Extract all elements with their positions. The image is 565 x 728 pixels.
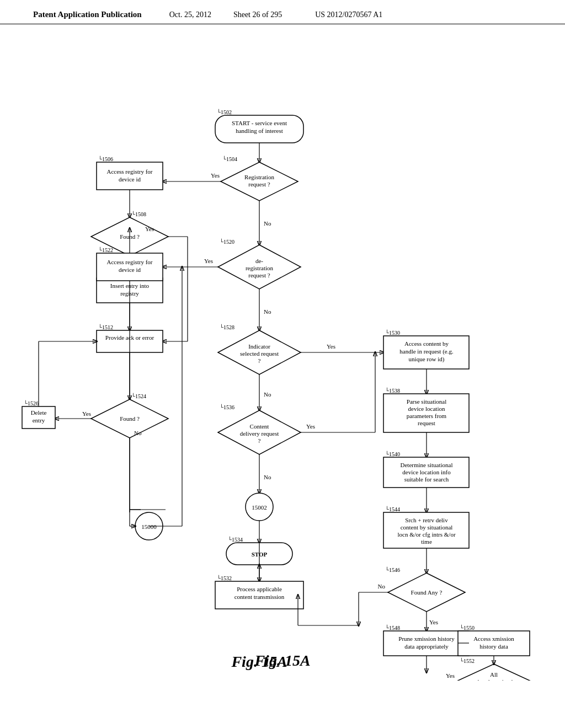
svg-text:└1530: └1530 <box>385 329 400 336</box>
svg-text:unique row id): unique row id) <box>409 356 445 363</box>
svg-text:parameters from: parameters from <box>407 413 447 419</box>
svg-text:?: ? <box>258 437 261 444</box>
svg-text:No: No <box>264 220 271 227</box>
svg-text:time: time <box>421 538 432 545</box>
svg-text:└1544: └1544 <box>385 506 400 512</box>
svg-text:Access registry for: Access registry for <box>106 168 152 175</box>
page-header: Patent Application Publication Oct. 25, … <box>0 0 565 24</box>
svg-text:request: request <box>418 420 435 426</box>
svg-text:data appropriately: data appropriately <box>404 643 449 650</box>
sheet-info: Sheet 26 of 295 <box>233 10 282 19</box>
svg-text:Determine situational: Determine situational <box>401 462 453 468</box>
svg-text:Yes: Yes <box>204 258 213 264</box>
svg-text:└1534: └1534 <box>228 536 243 543</box>
svg-text:Yes: Yes <box>82 410 91 417</box>
svg-text:Yes: Yes <box>211 172 220 179</box>
svg-text:└1508: └1508 <box>131 211 146 217</box>
svg-text:└1502: └1502 <box>217 109 232 115</box>
svg-text:└1512: └1512 <box>98 324 113 330</box>
figure-label: Fig. 15A <box>254 652 310 670</box>
svg-text:└1548: └1548 <box>385 624 400 631</box>
svg-text:Found Any ?: Found Any ? <box>411 589 443 596</box>
svg-text:content transmission: content transmission <box>234 593 285 600</box>
svg-text:No: No <box>378 583 386 590</box>
svg-text:└1532: └1532 <box>217 575 232 581</box>
svg-text:handling of interest: handling of interest <box>236 127 283 134</box>
svg-text:already xmitted: already xmitted <box>475 678 513 681</box>
svg-text:Yes: Yes <box>446 672 455 679</box>
svg-text:Prune xmission history: Prune xmission history <box>398 635 455 642</box>
svg-text:└1546: └1546 <box>385 566 400 573</box>
svg-text:locn &/or cfg intrs &/or: locn &/or cfg intrs &/or <box>397 531 455 538</box>
publication-title: Patent Application Publication <box>33 10 142 19</box>
svg-text:└1520: └1520 <box>220 238 234 245</box>
svg-text:Registration: Registration <box>244 174 274 180</box>
svg-text:Yes: Yes <box>145 226 154 232</box>
svg-text:START - service event: START - service event <box>232 120 287 126</box>
svg-text:└1522: └1522 <box>98 247 113 253</box>
svg-text:Yes: Yes <box>327 343 335 350</box>
svg-text:?: ? <box>258 357 261 364</box>
svg-text:Access registry for: Access registry for <box>106 259 152 265</box>
svg-text:└1526: └1526 <box>24 400 39 406</box>
svg-text:entry: entry <box>33 417 45 424</box>
svg-text:registration: registration <box>246 265 274 271</box>
patent-number: US 2012/0270567 A1 <box>315 10 382 19</box>
svg-text:request ?: request ? <box>248 181 270 188</box>
svg-text:Process applicable: Process applicable <box>237 586 282 592</box>
svg-text:request ?: request ? <box>248 272 270 279</box>
svg-text:Yes: Yes <box>306 423 315 430</box>
svg-text:All: All <box>490 671 498 678</box>
svg-text:└1550: └1550 <box>460 624 475 631</box>
svg-text:Access content by: Access content by <box>404 340 449 347</box>
svg-text:No: No <box>264 474 271 480</box>
svg-text:Yes: Yes <box>429 619 438 625</box>
svg-text:└1540: └1540 <box>385 451 400 457</box>
svg-text:device location: device location <box>408 405 445 412</box>
svg-text:device id: device id <box>119 176 141 183</box>
svg-text:device location info: device location info <box>402 469 451 475</box>
svg-text:Parse situational: Parse situational <box>407 398 446 405</box>
svg-text:Content: Content <box>250 423 269 430</box>
svg-text:Found ?: Found ? <box>120 415 140 422</box>
svg-text:└1536: └1536 <box>220 404 234 410</box>
svg-text:delivery request: delivery request <box>240 430 279 437</box>
svg-text:selected request: selected request <box>240 350 279 357</box>
svg-text:└1524: └1524 <box>131 393 146 399</box>
svg-text:Delete: Delete <box>31 409 47 416</box>
svg-text:No: No <box>134 430 142 436</box>
svg-text:15002: 15002 <box>252 504 267 511</box>
svg-text:handle in request (e.g.: handle in request (e.g. <box>399 348 454 355</box>
svg-text:suitable for search: suitable for search <box>404 476 449 483</box>
svg-text:content by situational: content by situational <box>401 524 453 531</box>
svg-text:Srch + retrv deliv: Srch + retrv deliv <box>405 517 448 523</box>
publication-date: Oct. 25, 2012 <box>169 10 211 19</box>
svg-text:15000: 15000 <box>141 523 157 530</box>
svg-text:No: No <box>264 308 271 315</box>
svg-text:No: No <box>264 391 271 398</box>
svg-text:└1552: └1552 <box>460 657 475 664</box>
flowchart-diagram: text { font-family: 'Times New Roman', T… <box>0 30 565 681</box>
svg-text:└1538: └1538 <box>385 387 400 394</box>
svg-text:device id: device id <box>119 266 141 273</box>
svg-text:Indicator: Indicator <box>248 343 270 350</box>
svg-text:Access xmission: Access xmission <box>473 635 514 642</box>
svg-text:└1506: └1506 <box>98 156 113 162</box>
svg-text:de-: de- <box>255 258 263 264</box>
svg-text:└1528: └1528 <box>220 324 234 330</box>
svg-text:history data: history data <box>479 643 508 650</box>
svg-text:└1504: └1504 <box>222 156 237 162</box>
